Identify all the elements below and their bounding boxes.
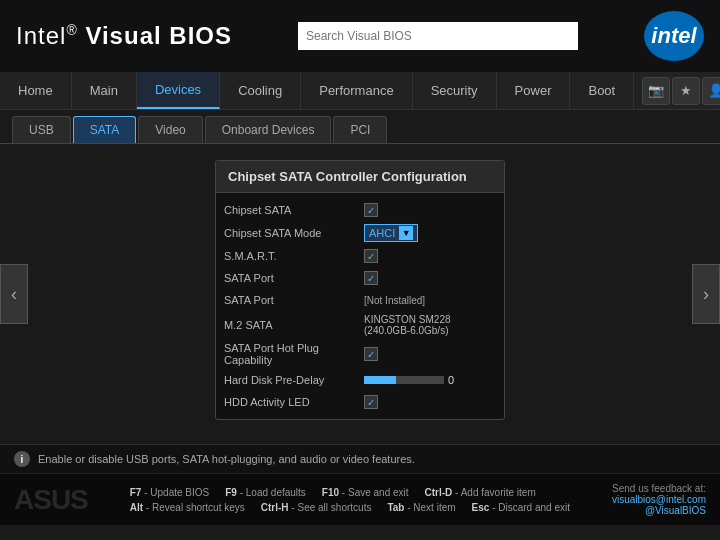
tab-sata[interactable]: SATA	[73, 116, 137, 143]
config-box: Chipset SATA Controller Configuration Ch…	[215, 160, 505, 420]
shortcuts-bar: ASUS F7 - Update BIOS F9 - Load defaults…	[0, 473, 720, 525]
nav-items: Home Main Devices Cooling Performance Se…	[0, 72, 634, 109]
tab-onboard-devices[interactable]: Onboard Devices	[205, 116, 332, 143]
feedback-email[interactable]: visualbios@intel.com	[612, 494, 706, 505]
info-bar: i Enable or disable USB ports, SATA hot-…	[0, 444, 720, 473]
shortcut-row-1: F7 - Update BIOS F9 - Load defaults F10 …	[130, 487, 570, 498]
info-icon: i	[14, 451, 30, 467]
shortcut-f10: F10 - Save and exit	[322, 487, 409, 498]
row-hdd-led: HDD Activity LED ✓	[224, 391, 496, 413]
nav-main[interactable]: Main	[72, 72, 137, 109]
slider-fill	[364, 376, 396, 384]
shortcut-alt: Alt - Reveal shortcut keys	[130, 502, 245, 513]
row-chipset-sata-mode: Chipset SATA Mode AHCI ▼	[224, 221, 496, 245]
nav-icon-group: 📷 ★ 👤 🔧 ✕	[634, 72, 720, 109]
shortcut-f9: F9 - Load defaults	[225, 487, 306, 498]
row-m2-sata: M.2 SATA KINGSTON SM228 (240.0GB-6.0Gb/s…	[224, 311, 496, 339]
label-hdd-delay: Hard Disk Pre-Delay	[224, 374, 364, 386]
row-hdd-delay: Hard Disk Pre-Delay 0	[224, 369, 496, 391]
nav-performance[interactable]: Performance	[301, 72, 412, 109]
config-title: Chipset SATA Controller Configuration	[216, 161, 504, 193]
slider-container: 0	[364, 374, 454, 386]
value-sata-port: [Not Installed]	[364, 295, 496, 306]
slider-value: 0	[448, 374, 454, 386]
feedback-section: Send us feedback at: visualbios@intel.co…	[612, 483, 706, 516]
label-sata-port-cb: SATA Port	[224, 272, 364, 284]
camera-icon-button[interactable]: 📷	[642, 77, 670, 105]
shortcut-tab: Tab - Next item	[387, 502, 455, 513]
row-sata-port-val: SATA Port [Not Installed]	[224, 289, 496, 311]
row-sata-port-cb: SATA Port ✓	[224, 267, 496, 289]
feedback-text: Send us feedback at:	[612, 483, 706, 494]
label-hot-plug: SATA Port Hot Plug Capability	[224, 342, 364, 366]
label-m2-sata: M.2 SATA	[224, 319, 364, 331]
checkbox-hot-plug[interactable]: ✓	[364, 347, 378, 361]
dropdown-sata-mode-value: AHCI	[369, 227, 395, 239]
row-smart: S.M.A.R.T. ✓	[224, 245, 496, 267]
label-sata-port-val: SATA Port	[224, 294, 364, 306]
asus-logo: ASUS	[14, 484, 88, 516]
prev-arrow[interactable]: ‹	[0, 264, 28, 324]
nav-devices[interactable]: Devices	[137, 72, 220, 109]
info-text: Enable or disable USB ports, SATA hot-pl…	[38, 453, 415, 465]
shortcut-row-2: Alt - Reveal shortcut keys Ctrl-H - See …	[130, 502, 570, 513]
label-chipset-sata: Chipset SATA	[224, 204, 364, 216]
checkbox-hdd-led[interactable]: ✓	[364, 395, 378, 409]
shortcut-f7: F7 - Update BIOS	[130, 487, 209, 498]
tab-video[interactable]: Video	[138, 116, 202, 143]
dropdown-sata-mode[interactable]: AHCI ▼	[364, 224, 418, 242]
row-chipset-sata: Chipset SATA ✓	[224, 199, 496, 221]
search-input[interactable]	[298, 22, 578, 50]
shortcut-esc: Esc - Discard and exit	[472, 502, 570, 513]
shortcut-ctrld: Ctrl-D - Add favorite item	[425, 487, 536, 498]
nav-home[interactable]: Home	[0, 72, 72, 109]
search-bar[interactable]	[298, 22, 578, 50]
app-logo: Intel® Visual BIOS	[16, 22, 232, 50]
content-area: ‹ Chipset SATA Controller Configuration …	[0, 144, 720, 444]
label-hdd-led: HDD Activity LED	[224, 396, 364, 408]
nav-security[interactable]: Security	[413, 72, 497, 109]
feedback-twitter[interactable]: @VisualBIOS	[612, 505, 706, 516]
config-content: Chipset SATA ✓ Chipset SATA Mode AHCI ▼ …	[216, 193, 504, 419]
star-icon-button[interactable]: ★	[672, 77, 700, 105]
nav-bar: Home Main Devices Cooling Performance Se…	[0, 72, 720, 110]
intel-logo: intel	[644, 11, 704, 61]
nav-boot[interactable]: Boot	[570, 72, 634, 109]
header: Intel® Visual BIOS intel	[0, 0, 720, 72]
tab-bar: USB SATA Video Onboard Devices PCI	[0, 110, 720, 144]
nav-cooling[interactable]: Cooling	[220, 72, 301, 109]
dropdown-sata-mode-arrow[interactable]: ▼	[399, 226, 413, 240]
checkbox-smart[interactable]: ✓	[364, 249, 378, 263]
shortcut-ctrlh: Ctrl-H - See all shortcuts	[261, 502, 372, 513]
label-chipset-sata-mode: Chipset SATA Mode	[224, 227, 364, 239]
user-icon-button[interactable]: 👤	[702, 77, 720, 105]
checkbox-sata-port[interactable]: ✓	[364, 271, 378, 285]
slider-track[interactable]	[364, 376, 444, 384]
row-hot-plug: SATA Port Hot Plug Capability ✓	[224, 339, 496, 369]
nav-power[interactable]: Power	[497, 72, 571, 109]
label-smart: S.M.A.R.T.	[224, 250, 364, 262]
value-m2-sata: KINGSTON SM228 (240.0GB-6.0Gb/s)	[364, 314, 496, 336]
next-arrow[interactable]: ›	[692, 264, 720, 324]
checkbox-chipset-sata[interactable]: ✓	[364, 203, 378, 217]
tab-usb[interactable]: USB	[12, 116, 71, 143]
tab-pci[interactable]: PCI	[333, 116, 387, 143]
